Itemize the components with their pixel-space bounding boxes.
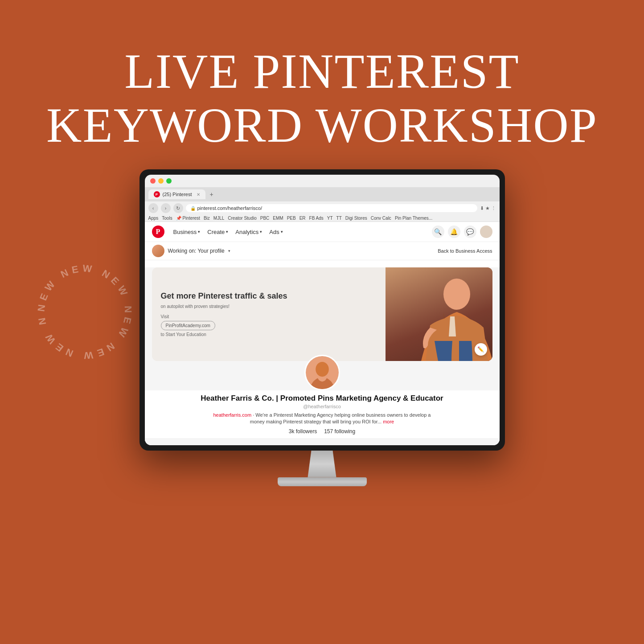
- pinterest-page: P Business ▾ Create ▾ Analytics ▾: [145, 222, 500, 445]
- working-on-dropdown-icon[interactable]: ▾: [228, 249, 230, 253]
- bookmark-pinplan[interactable]: Pin Plan Themes...: [395, 216, 432, 221]
- bookmark-digistores[interactable]: Digi Stores: [345, 216, 367, 221]
- profile-handle: @heatherfarrisco: [152, 404, 492, 409]
- svg-point-1: [443, 279, 470, 310]
- profile-name: Heather Farris & Co. | Promoted Pins Mar…: [152, 394, 492, 403]
- nav-icons: 🔍 🔔 💬: [432, 226, 492, 238]
- address-bar-row: ‹ › ↻ 🔒 pinterest.com/heatherfarrisco/ ⬇…: [145, 201, 500, 215]
- bookmark-apps[interactable]: Apps: [148, 216, 159, 221]
- pinterest-logo[interactable]: P: [152, 226, 164, 238]
- browser-title-bar: [145, 175, 500, 187]
- forward-button[interactable]: ›: [161, 203, 171, 213]
- profile-bio: heatherfarris.com · We're a Pinterest Ma…: [211, 412, 434, 426]
- bio-website[interactable]: heatherfarris.com: [213, 412, 251, 418]
- cta-url[interactable]: PinProfitAcademy.com: [161, 321, 215, 330]
- ads-dropdown-icon: ▾: [281, 230, 283, 234]
- browser-extension-icons: ⬇ ★ ⋮: [480, 205, 496, 211]
- followers-count[interactable]: 3k followers: [289, 428, 317, 435]
- bookmark-emm[interactable]: EMM: [273, 216, 283, 221]
- profile-info: Heather Farris & Co. | Promoted Pins Mar…: [145, 390, 500, 438]
- business-dropdown-icon: ▾: [198, 230, 200, 234]
- back-button[interactable]: ‹: [148, 203, 158, 213]
- bookmark-yt[interactable]: YT: [327, 216, 333, 221]
- tab-favicon: P: [154, 191, 160, 197]
- bookmark-peb[interactable]: PEB: [287, 216, 296, 221]
- bookmark-mjll[interactable]: MJLL: [213, 216, 224, 221]
- nav-analytics[interactable]: Analytics ▾: [235, 229, 262, 235]
- reload-button[interactable]: ↻: [173, 203, 183, 213]
- address-bar[interactable]: 🔒 pinterest.com/heatherfarrisco/: [186, 204, 477, 212]
- browser-chrome: P (25) Pinterest ✕ + ‹ › ↻ 🔒 pinterest.c…: [145, 187, 500, 222]
- nav-create[interactable]: Create ▾: [207, 229, 228, 235]
- profile-avatar-wrapper: [145, 355, 500, 390]
- monitor: P (25) Pinterest ✕ + ‹ › ↻ 🔒 pinterest.c…: [139, 169, 505, 451]
- working-on-label: Working on: Your profile: [168, 248, 225, 254]
- stand-base: [278, 477, 367, 486]
- profile-bar: Working on: Your profile ▾ Back to Busin…: [145, 242, 500, 260]
- bio-more-link[interactable]: more: [383, 419, 394, 424]
- bookmark-biz[interactable]: Biz: [204, 216, 210, 221]
- stand-neck: [304, 451, 340, 477]
- nav-menu: Business ▾ Create ▾ Analytics ▾ Ads: [173, 229, 283, 235]
- notifications-icon[interactable]: 🔔: [448, 226, 460, 238]
- hero-cta-area: Visit PinProfitAcademy.com to Start Your…: [161, 314, 377, 337]
- hero-banner: Get more Pinterest traffic & sales on au…: [152, 267, 492, 361]
- bookmark-pbc[interactable]: PBC: [260, 216, 270, 221]
- bookmark-tools[interactable]: Tools: [162, 216, 172, 221]
- hero-image-side: ✏️: [386, 267, 492, 361]
- monitor-wrapper: P (25) Pinterest ✕ + ‹ › ↻ 🔒 pinterest.c…: [139, 169, 505, 486]
- hero-main-text: Get more Pinterest traffic & sales: [161, 291, 377, 301]
- messages-icon[interactable]: 💬: [464, 226, 476, 238]
- minimize-button-dot[interactable]: [158, 178, 164, 184]
- main-title: LIVE PINTEREST KEYWORD WORKSHOP: [0, 45, 644, 152]
- profile-content-area: Get more Pinterest traffic & sales on au…: [145, 267, 500, 445]
- create-dropdown-icon: ▾: [226, 230, 228, 234]
- tab-title: (25) Pinterest: [163, 192, 192, 197]
- bookmark-creator[interactable]: Creator Studio: [228, 216, 256, 221]
- pinterest-nav: P Business ▾ Create ▾ Analytics ▾: [145, 222, 500, 242]
- profile-stats: 3k followers 157 following: [152, 428, 492, 435]
- bookmark-convcalc[interactable]: Conv Calc: [371, 216, 391, 221]
- following-count[interactable]: 157 following: [324, 428, 355, 435]
- monitor-stand: [139, 451, 505, 486]
- bookmark-er[interactable]: ER: [299, 216, 306, 221]
- new-tab-button[interactable]: +: [207, 190, 216, 199]
- svg-text:NEW NEW NEW NEW NEW NEW NEW NE: NEW NEW NEW NEW NEW NEW NEW NEW: [27, 254, 134, 361]
- bio-text: · We're a Pinterest Marketing Agency hel…: [250, 412, 431, 424]
- avatar-svg: [306, 355, 339, 390]
- bookmark-pinterest[interactable]: 📌 Pinterest: [176, 216, 200, 221]
- title-line2: KEYWORD WORKSHOP: [0, 98, 644, 152]
- hero-sub-text: on autopilot with proven strategies!: [161, 304, 377, 309]
- nav-ads[interactable]: Ads ▾: [269, 229, 283, 235]
- bookmarks-bar: Apps Tools 📌 Pinterest Biz MJLL Creator …: [145, 215, 500, 222]
- svg-point-3: [316, 362, 329, 377]
- browser-tab[interactable]: P (25) Pinterest ✕: [148, 189, 205, 199]
- title-line1: LIVE PINTEREST: [0, 45, 644, 98]
- url-text: pinterest.com/heatherfarrisco/: [197, 205, 263, 211]
- maximize-button-dot[interactable]: [166, 178, 172, 184]
- search-icon[interactable]: 🔍: [432, 226, 444, 238]
- small-avatar: [152, 245, 164, 257]
- back-business-link[interactable]: Back to Business Access: [438, 248, 492, 254]
- analytics-dropdown-icon: ▾: [260, 230, 262, 234]
- circular-new-badge: NEW NEW NEW NEW NEW NEW NEW NEW: [27, 254, 143, 370]
- nav-business[interactable]: Business ▾: [173, 229, 201, 235]
- edit-banner-button[interactable]: ✏️: [475, 343, 487, 356]
- monitor-bezel: P (25) Pinterest ✕ + ‹ › ↻ 🔒 pinterest.c…: [145, 175, 500, 445]
- tab-bar: P (25) Pinterest ✕ +: [145, 187, 500, 201]
- cta-suffix: to Start Your Education: [161, 332, 377, 337]
- profile-icon[interactable]: [480, 226, 492, 238]
- bookmark-tt[interactable]: TT: [336, 216, 342, 221]
- hero-text-side: Get more Pinterest traffic & sales on au…: [152, 267, 386, 361]
- working-on: Working on: Your profile ▾: [152, 245, 230, 257]
- close-button-dot[interactable]: [150, 178, 156, 184]
- cta-visit: Visit: [161, 314, 377, 319]
- tab-close-icon[interactable]: ✕: [197, 192, 200, 197]
- bookmark-fbads[interactable]: FB Ads: [309, 216, 324, 221]
- profile-avatar[interactable]: [304, 355, 340, 390]
